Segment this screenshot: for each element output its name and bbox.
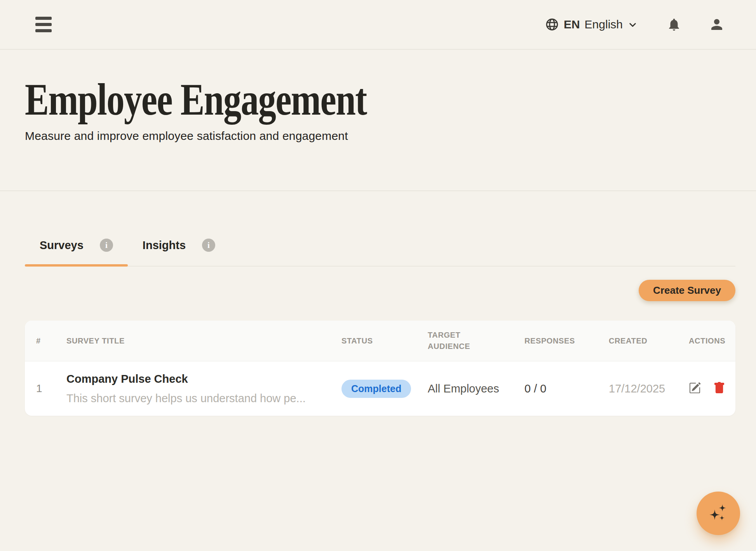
tab-surveys[interactable]: Surveys i bbox=[25, 239, 128, 266]
row-audience: All Employees bbox=[428, 382, 524, 395]
row-status-cell: Completed bbox=[341, 380, 428, 398]
screen: EN English bbox=[0, 0, 756, 551]
language-code: EN bbox=[564, 18, 580, 31]
row-title-cell: Company Pulse Check This short survey he… bbox=[66, 373, 341, 405]
ai-assistant-button[interactable] bbox=[697, 492, 740, 535]
tab-bar: Surveys i Insights i bbox=[25, 239, 735, 267]
table-header-row: # Survey Title Status Target Audience Re… bbox=[25, 321, 735, 361]
page-title: Employee Engagement bbox=[25, 75, 366, 124]
notifications-button[interactable] bbox=[667, 17, 681, 32]
tab-insights-label: Insights bbox=[143, 239, 186, 252]
create-survey-button[interactable]: Create Survey bbox=[639, 280, 735, 301]
row-responses: 0 / 0 bbox=[524, 382, 609, 395]
col-header-audience: Target Audience bbox=[428, 330, 480, 352]
language-selector[interactable]: EN English bbox=[545, 17, 638, 31]
col-header-index: # bbox=[25, 335, 66, 347]
surveys-table: # Survey Title Status Target Audience Re… bbox=[25, 321, 735, 416]
col-header-responses: Responses bbox=[524, 335, 609, 347]
info-icon[interactable]: i bbox=[202, 239, 215, 252]
table-toolbar: Create Survey bbox=[25, 280, 735, 301]
page-subtitle: Measure and improve employee satisfactio… bbox=[25, 129, 731, 143]
sparkles-icon bbox=[707, 502, 729, 525]
profile-button[interactable] bbox=[709, 16, 725, 33]
hamburger-icon bbox=[35, 17, 52, 32]
delete-survey-button[interactable] bbox=[713, 382, 725, 395]
status-badge: Completed bbox=[341, 380, 411, 398]
table-row[interactable]: 1 Company Pulse Check This short survey … bbox=[25, 361, 735, 416]
row-actions bbox=[689, 382, 735, 395]
survey-title: Company Pulse Check bbox=[66, 373, 341, 385]
chevron-down-icon bbox=[627, 19, 638, 30]
edit-icon bbox=[689, 382, 701, 395]
row-created: 17/12/2025 bbox=[609, 382, 689, 395]
col-header-status: Status bbox=[341, 335, 428, 347]
col-header-created: Created bbox=[609, 335, 689, 347]
tab-surveys-label: Surveys bbox=[40, 239, 84, 252]
edit-survey-button[interactable] bbox=[689, 382, 701, 395]
user-icon bbox=[709, 16, 725, 33]
info-icon[interactable]: i bbox=[100, 239, 113, 252]
topbar-actions: EN English bbox=[545, 16, 725, 33]
topbar: EN English bbox=[0, 0, 756, 50]
language-name: English bbox=[585, 18, 623, 31]
row-index: 1 bbox=[25, 382, 66, 395]
col-header-title: Survey Title bbox=[66, 335, 341, 347]
tab-insights[interactable]: Insights i bbox=[128, 239, 230, 266]
trash-icon bbox=[713, 382, 725, 395]
bell-icon bbox=[667, 17, 681, 32]
menu-button[interactable] bbox=[35, 15, 52, 34]
hero-section: Employee Engagement Measure and improve … bbox=[0, 50, 756, 191]
main-content: Surveys i Insights i Create Survey # Sur… bbox=[0, 239, 756, 416]
col-header-actions: Actions bbox=[689, 335, 735, 347]
survey-description: This short survey helps us understand ho… bbox=[66, 392, 341, 405]
globe-icon bbox=[545, 17, 559, 31]
